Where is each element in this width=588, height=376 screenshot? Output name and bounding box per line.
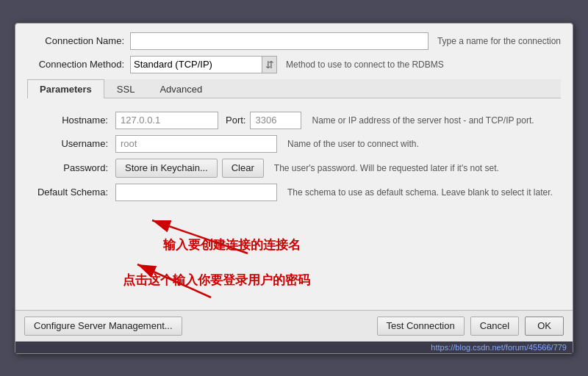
username-row: Username: Name of the user to connect wi…: [27, 135, 561, 153]
hostname-label: Hostname:: [27, 115, 115, 126]
annotation-area: 输入要创建连接的连接名 点击这个输入你要登录用户的密码: [27, 213, 561, 301]
port-label: Port:: [226, 115, 250, 126]
tabs-bar: Parameters SSL Advanced: [27, 79, 561, 98]
username-label: Username:: [27, 138, 115, 149]
tab-ssl[interactable]: SSL: [104, 79, 148, 98]
configure-server-button[interactable]: Configure Server Management...: [24, 317, 182, 336]
hostname-input[interactable]: [115, 112, 218, 129]
port-input[interactable]: [250, 112, 301, 129]
password-label: Password:: [27, 162, 115, 173]
tab-parameters[interactable]: Parameters: [27, 79, 104, 98]
connection-name-label: Connection Name:: [27, 35, 130, 46]
clear-password-button[interactable]: Clear: [222, 159, 264, 178]
footer-right-buttons: Test Connection Cancel OK: [377, 317, 564, 336]
method-arrow-icon[interactable]: ⇵: [262, 56, 277, 73]
cancel-button[interactable]: Cancel: [470, 317, 519, 336]
connection-name-row: Connection Name: Type a name for the con…: [27, 32, 561, 50]
ok-button[interactable]: OK: [525, 317, 564, 336]
connection-name-input[interactable]: [130, 32, 429, 50]
schema-input[interactable]: [115, 184, 277, 201]
schema-label: Default Schema:: [27, 187, 115, 198]
params-section: Hostname: Port: Name or IP address of th…: [27, 106, 561, 213]
annotation-bottom-text: 点击这个输入你要登录用户的密码: [123, 272, 310, 289]
hostname-row: Hostname: Port: Name or IP address of th…: [27, 112, 561, 129]
username-input[interactable]: [115, 135, 277, 153]
schema-row: Default Schema: The schema to use as def…: [27, 184, 561, 201]
connection-name-hint: Type a name for the connection: [437, 36, 561, 46]
watermark: https://blog.csdn.net/forum/45566/779: [15, 341, 573, 353]
username-hint: Name of the user to connect with.: [287, 139, 419, 149]
store-in-keychain-button[interactable]: Store in Keychain...: [115, 159, 218, 178]
schema-hint: The schema to use as default schema. Lea…: [287, 187, 553, 198]
method-select-wrap: Standard (TCP/IP) ⇵: [130, 56, 277, 73]
password-hint: The user's password. Will be requested l…: [274, 163, 499, 173]
hostname-hint: Name or IP address of the server host - …: [312, 115, 534, 126]
annotation-top-text: 输入要创建连接的连接名: [163, 236, 301, 253]
tab-advanced[interactable]: Advanced: [147, 79, 215, 98]
password-row: Password: Store in Keychain... Clear The…: [27, 159, 561, 178]
connection-method-select[interactable]: Standard (TCP/IP): [130, 56, 262, 73]
dialog-footer: Configure Server Management... Test Conn…: [15, 310, 573, 341]
connection-method-row: Connection Method: Standard (TCP/IP) ⇵ M…: [27, 56, 561, 73]
dialog-body: Connection Name: Type a name for the con…: [15, 24, 573, 310]
connection-method-label: Connection Method:: [27, 59, 130, 70]
connection-method-hint: Method to use to connect to the RDBMS: [286, 59, 444, 70]
test-connection-button[interactable]: Test Connection: [377, 317, 465, 336]
setup-connection-dialog: Connection Name: Type a name for the con…: [15, 23, 573, 354]
